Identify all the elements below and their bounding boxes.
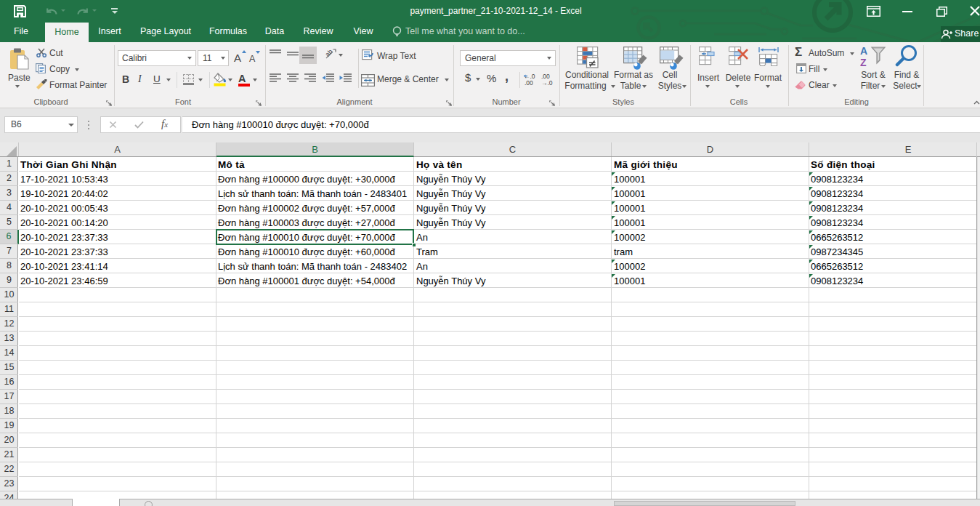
svg-text:Z: Z (860, 57, 867, 68)
svg-text:.00: .00 (525, 79, 533, 86)
svg-text:→.0: →.0 (541, 79, 553, 86)
svg-text:ab: ab (324, 48, 334, 58)
svg-text:A: A (860, 45, 867, 57)
